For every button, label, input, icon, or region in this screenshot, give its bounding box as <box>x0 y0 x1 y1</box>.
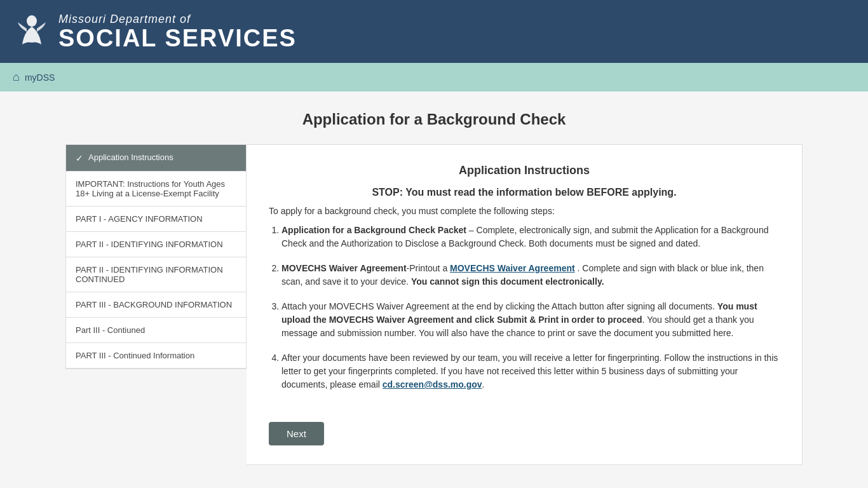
sidebar-item-part1[interactable]: PART I - AGENCY INFORMATION <box>66 207 246 232</box>
sidebar-item-label: PART II - IDENTIFYING INFORMATION CONTIN… <box>76 265 236 284</box>
step2-bold: MOVECHS Waiver Agreement <box>281 263 407 273</box>
step1-bold: Application for a Background Check Packe… <box>281 225 466 235</box>
step-1: Application for a Background Check Packe… <box>281 224 780 250</box>
sidebar-item-part2-continued[interactable]: PART II - IDENTIFYING INFORMATION CONTIN… <box>66 257 246 292</box>
instructions-section-title: Application Instructions <box>269 164 780 177</box>
main-panel: Application Instructions STOP: You must … <box>247 144 803 465</box>
sidebar-item-part3-continued-info[interactable]: PART III - Continued Information <box>66 343 246 369</box>
header-text: Missouri Department of SOCIAL SERVICES <box>58 13 297 50</box>
sidebar-item-label: PART II - IDENTIFYING INFORMATION <box>76 240 223 249</box>
check-icon: ✓ <box>76 153 83 163</box>
email-link[interactable]: cd.screen@dss.mo.gov <box>383 379 482 390</box>
dss-logo-icon <box>13 10 51 54</box>
next-button[interactable]: Next <box>269 422 324 445</box>
header-bottom-line: SOCIAL SERVICES <box>58 26 297 50</box>
step2-text: -Printout a <box>407 263 450 273</box>
svg-point-0 <box>27 15 37 27</box>
steps-list: Application for a Background Check Packe… <box>269 224 780 391</box>
main-layout: ✓ Application Instructions IMPORTANT: In… <box>65 144 803 465</box>
sidebar-item-youth-instructions[interactable]: IMPORTANT: Instructions for Youth Ages 1… <box>66 172 246 207</box>
sidebar: ✓ Application Instructions IMPORTANT: In… <box>65 144 247 369</box>
sidebar-item-label: PART III - BACKGROUND INFORMATION <box>76 300 232 309</box>
header-top-line: Missouri Department of <box>58 13 297 26</box>
header: Missouri Department of SOCIAL SERVICES <box>0 0 868 63</box>
step-4: After your documents have been reviewed … <box>281 351 780 391</box>
movechs-waiver-link[interactable]: MOVECHS Waiver Agreement <box>450 263 575 273</box>
intro-text: To apply for a background check, you mus… <box>269 206 780 216</box>
home-icon[interactable]: ⌂ <box>13 71 20 84</box>
sidebar-item-label: Application Instructions <box>88 152 173 162</box>
step3-text1: Attach your MOVECHS Waiver Agreement at … <box>281 301 717 311</box>
sidebar-item-label: IMPORTANT: Instructions for Youth Ages 1… <box>76 179 236 198</box>
sidebar-item-label: PART I - AGENCY INFORMATION <box>76 214 203 224</box>
sidebar-item-app-instructions[interactable]: ✓ Application Instructions <box>66 145 246 172</box>
page-content: Application for a Background Check ✓ App… <box>53 111 815 465</box>
step-3: Attach your MOVECHS Waiver Agreement at … <box>281 300 780 340</box>
header-logo-area: Missouri Department of SOCIAL SERVICES <box>13 10 297 54</box>
step2-bold2: You cannot sign this document electronic… <box>411 276 604 287</box>
sidebar-item-part3[interactable]: PART III - BACKGROUND INFORMATION <box>66 292 246 318</box>
sidebar-item-label: PART III - Continued Information <box>76 351 194 360</box>
mydss-nav-link[interactable]: myDSS <box>25 72 55 83</box>
page-title: Application for a Background Check <box>65 111 803 128</box>
navbar: ⌂ myDSS <box>0 63 868 92</box>
step4-text1: After your documents have been reviewed … <box>281 353 778 390</box>
step4-text2: . <box>482 379 485 390</box>
stop-text: STOP: You must read the information belo… <box>269 187 780 198</box>
sidebar-item-part2[interactable]: PART II - IDENTIFYING INFORMATION <box>66 232 246 257</box>
sidebar-item-label: Part III - Contiuned <box>76 325 145 335</box>
step-2: MOVECHS Waiver Agreement-Printout a MOVE… <box>281 262 780 288</box>
sidebar-item-part3-continued[interactable]: Part III - Contiuned <box>66 318 246 343</box>
